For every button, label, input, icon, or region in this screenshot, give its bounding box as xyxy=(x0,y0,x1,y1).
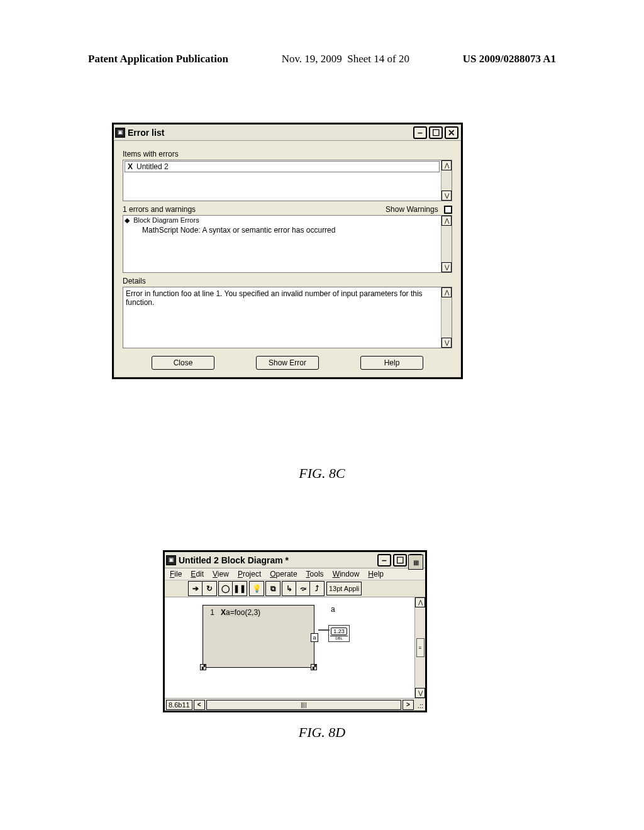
scroll-thumb[interactable]: ≡ xyxy=(416,638,425,657)
details-scrollbar[interactable]: ⋀ ⋁ xyxy=(441,287,452,348)
show-warnings-label: Show Warnings xyxy=(386,205,438,214)
details-textarea[interactable]: Error in function foo at line 1. You spe… xyxy=(123,287,452,348)
figure-caption-8d: FIG. 8D xyxy=(0,724,644,741)
maximize-button[interactable]: ☐ xyxy=(393,554,407,567)
close-button[interactable]: Close xyxy=(152,356,214,370)
error-category-heading: ◆ Block Diagram Errors xyxy=(125,216,440,224)
menu-project[interactable]: Project xyxy=(238,570,261,578)
scroll-down-icon[interactable]: ⋁ xyxy=(415,688,425,698)
details-label: Details xyxy=(123,277,452,285)
scroll-down-icon[interactable]: ⋁ xyxy=(441,338,452,348)
menu-tools[interactable]: Tools xyxy=(306,570,324,578)
highlight-exec-button[interactable]: 💡 xyxy=(250,582,264,595)
errors-scrollbar[interactable]: ⋀ ⋁ xyxy=(441,216,452,272)
show-warnings-checkbox[interactable] xyxy=(444,206,452,214)
output-terminal[interactable]: a xyxy=(311,633,318,642)
details-text: Error in function foo at line 1. You spe… xyxy=(126,289,423,307)
scroll-right-button[interactable]: > xyxy=(402,700,414,710)
bd-titlebar: ▣ Untitled 2 Block Diagram * – ☐ ✕ xyxy=(165,552,425,568)
mathscript-node[interactable]: 1 Xa=foo(2,3) ▞ ▞ a xyxy=(203,605,314,668)
close-window-button[interactable]: ✕ xyxy=(445,126,458,139)
header-pubno: US 2009/0288073 A1 xyxy=(463,53,556,65)
x-icon: X xyxy=(128,162,133,171)
maximize-button[interactable]: ☐ xyxy=(429,126,443,139)
pause-button[interactable]: ❚❚ xyxy=(233,582,247,595)
error-message-row[interactable]: MathScript Node: A syntax or semantic er… xyxy=(125,226,440,235)
mathscript-code[interactable]: Xa=foo(2,3) xyxy=(221,608,260,617)
menubar: File Edit View Project Operate Tools Win… xyxy=(165,568,425,580)
toolbar: ➔ ↻ ◯ ❚❚ 💡 ⧉ ↳ ⤼ ⤴ 13pt Appli xyxy=(165,580,425,597)
bullet-icon: ◆ xyxy=(125,216,130,224)
errors-warnings-list[interactable]: ◆ Block Diagram Errors MathScript Node: … xyxy=(123,215,452,273)
window-resize-grip-icon[interactable]: .:: xyxy=(415,700,424,710)
abort-button[interactable]: ◯ xyxy=(219,582,233,595)
indicator-name-label: a xyxy=(331,605,335,614)
scroll-down-icon[interactable]: ⋁ xyxy=(441,262,452,272)
connector-pane-icon[interactable]: ▦ xyxy=(408,555,423,570)
menu-file[interactable]: File xyxy=(170,570,182,578)
run-button[interactable]: ➔ xyxy=(189,582,203,595)
resize-handle-icon[interactable]: ▞ xyxy=(311,664,317,670)
canvas-scrollbar-v[interactable]: ⋀ ≡ ⋁ xyxy=(414,597,425,698)
indicator-node[interactable]: 1.23 DBL xyxy=(328,625,350,642)
items-with-errors-label: Items with errors xyxy=(123,150,452,158)
menu-edit[interactable]: Edit xyxy=(191,570,204,578)
step-into-button[interactable]: ↳ xyxy=(282,582,296,595)
retain-wire-button[interactable]: ⧉ xyxy=(266,582,280,595)
show-error-button[interactable]: Show Error xyxy=(256,356,319,370)
line-number: 1 xyxy=(204,608,214,617)
menu-operate[interactable]: Operate xyxy=(270,570,297,578)
error-titlebar: ▣ Error list – ☐ ✕ xyxy=(114,124,461,141)
step-over-button[interactable]: ⤼ xyxy=(296,582,310,595)
indicator-value-display: 1.23 xyxy=(331,628,347,635)
h-scroll-track[interactable]: |||| xyxy=(206,700,401,710)
error-window-title: Error list xyxy=(128,128,411,138)
statusbar: 8.6b11 < |||| > .:: xyxy=(165,698,425,711)
scroll-up-icon[interactable]: ⋀ xyxy=(415,597,425,607)
scroll-up-icon[interactable]: ⋀ xyxy=(441,216,452,226)
scroll-left-button[interactable]: < xyxy=(194,700,205,710)
patent-page-header: Patent Application Publication Nov. 19, … xyxy=(0,53,644,65)
scroll-up-icon[interactable]: ⋀ xyxy=(441,160,452,170)
status-version: 8.6b11 xyxy=(166,700,192,710)
app-icon: ▣ xyxy=(166,555,176,565)
menu-help[interactable]: Help xyxy=(368,570,384,578)
step-out-button[interactable]: ⤴ xyxy=(310,582,324,595)
header-date-sheet: Nov. 19, 2009 Sheet 14 of 20 xyxy=(282,53,409,65)
app-icon: ▣ xyxy=(115,128,125,138)
resize-handle-icon[interactable]: ▞ xyxy=(200,664,206,670)
errors-count-label: 1 errors and warnings xyxy=(123,205,196,214)
font-selector[interactable]: 13pt Appli xyxy=(326,582,362,595)
minimize-button[interactable]: – xyxy=(413,126,427,139)
menu-window[interactable]: Window xyxy=(333,570,360,578)
scroll-up-icon[interactable]: ⋀ xyxy=(441,287,452,297)
error-item-name: Untitled 2 xyxy=(136,162,169,171)
help-button[interactable]: Help xyxy=(360,356,423,370)
error-list-window: ▣ Error list – ☐ ✕ Items with errors X U… xyxy=(112,123,463,379)
run-continuous-button[interactable]: ↻ xyxy=(203,582,216,595)
menu-view[interactable]: View xyxy=(213,570,229,578)
wire-arrow xyxy=(326,629,330,631)
block-diagram-window: ▣ Untitled 2 Block Diagram * – ☐ ✕ File … xyxy=(163,550,427,712)
minimize-button[interactable]: – xyxy=(377,554,391,567)
block-diagram-canvas[interactable]: 1 Xa=foo(2,3) ▞ ▞ a a 1.23 DBL ⋀ ≡ xyxy=(165,597,425,698)
bd-window-title: Untitled 2 Block Diagram * xyxy=(179,555,375,565)
indicator-type-tag: DBL xyxy=(330,636,348,640)
items-scrollbar[interactable]: ⋀ ⋁ xyxy=(441,160,452,201)
figure-caption-8c: FIG. 8C xyxy=(0,465,644,482)
items-with-errors-list[interactable]: X Untitled 2 ⋀ ⋁ xyxy=(123,160,452,201)
scroll-down-icon[interactable]: ⋁ xyxy=(441,191,452,201)
error-item-row[interactable]: X Untitled 2 xyxy=(125,161,440,172)
show-warnings-row: Show Warnings xyxy=(386,205,452,214)
header-publication-label: Patent Application Publication xyxy=(88,53,228,65)
